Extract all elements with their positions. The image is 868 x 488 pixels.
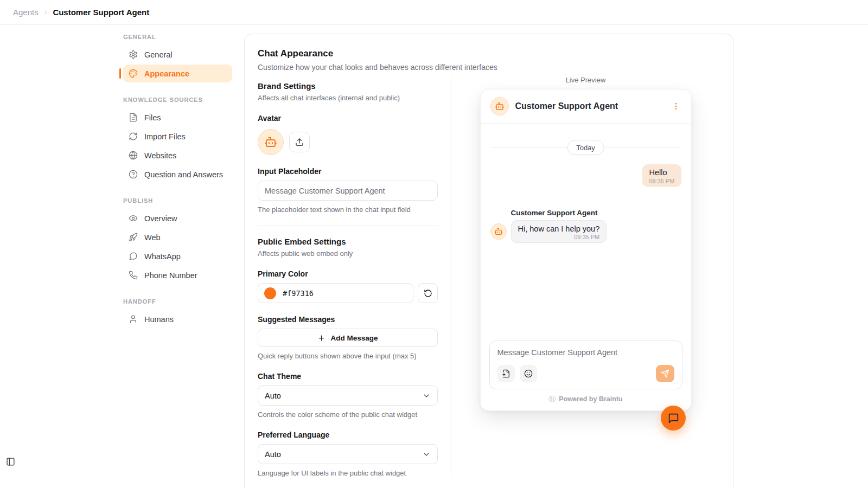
sidebar-section-knowledge-sources: KNOWLEDGE SOURCES bbox=[123, 97, 232, 103]
sidebar-item-files[interactable]: Files bbox=[123, 108, 232, 126]
agent-sender-name: Customer Support Agent bbox=[511, 209, 681, 217]
preferred-language-value: Auto bbox=[265, 450, 281, 459]
gear-icon bbox=[129, 50, 138, 59]
upload-icon bbox=[295, 138, 304, 146]
robot-icon bbox=[495, 101, 505, 111]
sidebar-item-label: Humans bbox=[144, 315, 174, 324]
sidebar-item-appearance[interactable]: Appearance bbox=[123, 65, 232, 82]
sidebar-item-label: Files bbox=[144, 113, 161, 122]
live-preview-label: Live Preview bbox=[451, 76, 720, 84]
rotate-ccw-icon bbox=[424, 289, 432, 298]
brand-settings-note: Affects all chat interfaces (internal an… bbox=[258, 94, 438, 102]
public-embed-note: Affects public web embed only bbox=[258, 249, 438, 258]
chat-input-box[interactable]: Message Customer Support Agent bbox=[489, 341, 682, 389]
sidebar-item-label: General bbox=[144, 50, 173, 59]
brand-settings-heading: Brand Settings bbox=[258, 81, 438, 91]
sidebar-item-web[interactable]: Web bbox=[123, 228, 232, 246]
braintu-logo-icon: ⓑ bbox=[548, 396, 556, 403]
user-message-bubble: Hello 09:35 PM bbox=[642, 164, 681, 187]
input-placeholder-label: Input Placeholder bbox=[258, 167, 438, 176]
palette-icon bbox=[129, 69, 138, 78]
sidebar-item-label: Question and Answers bbox=[144, 170, 223, 179]
sidebar-item-label: Websites bbox=[144, 151, 176, 160]
agent-message-text: Hi, how can I help you? bbox=[518, 224, 600, 233]
sidebar-item-label: Import Files bbox=[144, 132, 186, 141]
date-divider-pill: Today bbox=[567, 140, 604, 155]
sidebar-item-question-and-answers[interactable]: Question and Answers bbox=[123, 165, 232, 183]
live-preview-panel: Live Preview Customer Support Agent bbox=[451, 76, 720, 477]
preferred-language-select[interactable]: Auto bbox=[258, 444, 438, 464]
page-subtitle: Customize how your chat looks and behave… bbox=[258, 63, 720, 72]
section-divider bbox=[258, 226, 438, 226]
chat-launcher-button[interactable] bbox=[661, 406, 686, 431]
chat-theme-value: Auto bbox=[265, 391, 281, 400]
sidebar-item-whatsapp[interactable]: WhatsApp bbox=[123, 247, 232, 265]
reset-color-button[interactable] bbox=[418, 283, 438, 303]
primary-color-field[interactable]: #f97316 bbox=[258, 283, 413, 303]
sidebar-toggle-button[interactable] bbox=[6, 457, 15, 466]
chat-theme-label: Chat Theme bbox=[258, 372, 438, 381]
primary-color-value: #f97316 bbox=[283, 289, 314, 298]
suggested-messages-help: Quick reply buttons shown above the inpu… bbox=[258, 352, 438, 360]
date-divider: Today bbox=[490, 140, 681, 155]
chevron-right-icon: › bbox=[44, 8, 47, 16]
add-message-button-label: Add Message bbox=[330, 334, 378, 342]
attach-file-button[interactable] bbox=[497, 365, 515, 382]
user-message-text: Hello bbox=[649, 168, 674, 177]
chat-widget-title: Customer Support Agent bbox=[515, 101, 664, 111]
breadcrumb-agents-link[interactable]: Agents bbox=[13, 8, 39, 17]
powered-by-text: Powered by Braintu bbox=[559, 395, 622, 403]
sidebar-item-websites[interactable]: Websites bbox=[123, 146, 232, 164]
chat-theme-select[interactable]: Auto bbox=[258, 386, 438, 406]
chat-widget-avatar bbox=[490, 97, 509, 115]
emoji-button[interactable] bbox=[520, 365, 537, 382]
settings-column: Brand Settings Affects all chat interfac… bbox=[258, 76, 438, 477]
breadcrumb: Agents › Customer Support Agent bbox=[0, 0, 868, 25]
chevron-down-icon bbox=[422, 391, 431, 400]
sidebar-section-handoff: HANDOFF bbox=[123, 298, 232, 305]
agent-avatar[interactable] bbox=[258, 129, 284, 155]
file-text-icon bbox=[129, 113, 138, 122]
add-message-button[interactable]: Add Message bbox=[258, 329, 438, 347]
sidebar-item-phone-number[interactable]: Phone Number bbox=[123, 266, 232, 284]
user-icon bbox=[129, 314, 138, 324]
smile-icon bbox=[524, 369, 533, 378]
sidebar: GENERAL General Appearance KNOWLEDGE SOU… bbox=[118, 34, 232, 329]
public-embed-heading: Public Embed Settings bbox=[258, 237, 438, 246]
sidebar-item-label: Web bbox=[144, 233, 161, 242]
send-button[interactable] bbox=[656, 365, 674, 382]
avatar-upload-button[interactable] bbox=[289, 132, 310, 152]
sidebar-item-label: Overview bbox=[144, 214, 177, 223]
primary-color-label: Primary Color bbox=[258, 269, 438, 278]
sidebar-item-general[interactable]: General bbox=[123, 46, 232, 63]
chat-input-placeholder: Message Customer Support Agent bbox=[497, 348, 674, 357]
send-icon bbox=[661, 369, 669, 378]
agent-message-avatar bbox=[490, 223, 507, 240]
robot-icon bbox=[494, 227, 503, 236]
sidebar-item-humans[interactable]: Humans bbox=[123, 310, 232, 328]
rocket-icon bbox=[129, 233, 138, 242]
sidebar-section-publish: PUBLISH bbox=[123, 197, 232, 204]
eye-icon bbox=[129, 214, 138, 223]
input-placeholder-field[interactable] bbox=[258, 181, 438, 201]
sidebar-item-label: Appearance bbox=[144, 69, 189, 78]
chat-appearance-panel: Chat Appearance Customize how your chat … bbox=[244, 34, 733, 488]
file-plus-icon bbox=[502, 369, 510, 378]
chat-widget-preview: Customer Support Agent Today Hello 09:35… bbox=[480, 89, 692, 411]
sidebar-item-label: WhatsApp bbox=[144, 252, 181, 261]
chat-widget-header: Customer Support Agent bbox=[481, 89, 691, 124]
agent-message-block: Customer Support Agent Hi, how can I hel… bbox=[490, 209, 681, 243]
agent-message-time: 09:35 PM bbox=[518, 234, 600, 240]
agent-message-bubble: Hi, how can I help you? 09:35 PM bbox=[511, 220, 607, 243]
chat-theme-help: Controls the color scheme of the public … bbox=[258, 410, 438, 419]
sidebar-item-import-files[interactable]: Import Files bbox=[123, 127, 232, 145]
color-swatch[interactable] bbox=[264, 287, 276, 299]
help-circle-icon bbox=[129, 170, 138, 179]
powered-by-footer: ⓑ Powered by Braintu bbox=[481, 389, 691, 410]
sidebar-item-label: Phone Number bbox=[144, 271, 197, 280]
avatar-label: Avatar bbox=[258, 114, 438, 123]
refresh-icon bbox=[129, 132, 138, 141]
kebab-menu-icon[interactable] bbox=[671, 101, 681, 112]
sidebar-item-overview[interactable]: Overview bbox=[123, 209, 232, 227]
page-title: Chat Appearance bbox=[258, 48, 720, 59]
